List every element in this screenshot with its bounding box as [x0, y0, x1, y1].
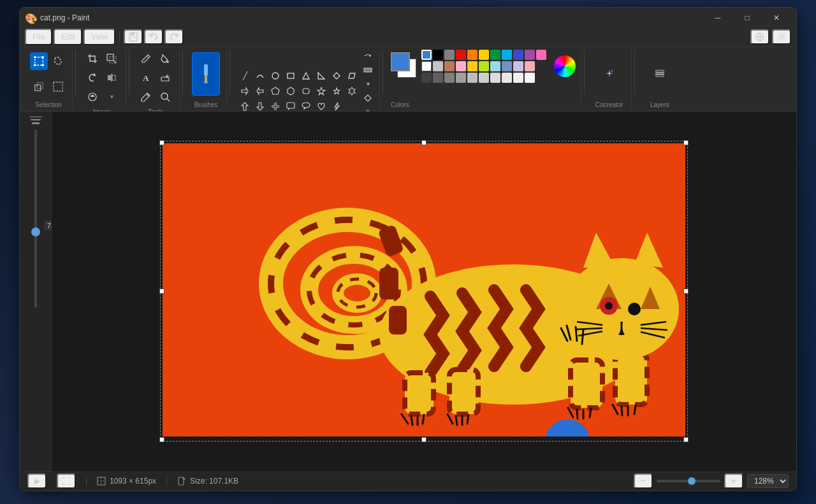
handle-tr[interactable] — [683, 140, 688, 145]
handle-bl[interactable] — [159, 437, 164, 442]
swatch-white[interactable] — [421, 61, 432, 71]
eraser-button[interactable] — [156, 69, 174, 87]
shape-arrow-right[interactable] — [238, 84, 252, 98]
swatch-blue2[interactable] — [513, 50, 523, 60]
magnifier-button[interactable] — [156, 88, 174, 106]
swatch-gray7[interactable] — [490, 73, 500, 83]
invert-select-button[interactable] — [30, 78, 48, 96]
swatch-rose[interactable] — [525, 61, 535, 71]
shape-curve[interactable] — [253, 69, 267, 83]
shape-circle[interactable] — [268, 69, 282, 83]
select-all-button[interactable] — [49, 78, 67, 96]
shape-rect[interactable] — [284, 69, 298, 83]
brush-size-slider[interactable]: 72px — [34, 129, 37, 308]
swatch-pink[interactable] — [536, 50, 546, 60]
handle-mr[interactable] — [683, 289, 688, 294]
shape-diamond[interactable] — [330, 69, 344, 83]
swatch-yellow[interactable] — [479, 50, 489, 60]
color-picker-button[interactable] — [137, 88, 155, 106]
freeform-select-button[interactable] — [49, 52, 67, 70]
redo-button[interactable] — [164, 29, 184, 45]
foreground-color-box[interactable] — [391, 52, 410, 71]
rotate-button[interactable] — [84, 69, 101, 87]
shape-star6[interactable] — [345, 84, 359, 98]
swatch-lpink[interactable] — [456, 61, 466, 71]
maximize-button[interactable]: □ — [732, 8, 762, 28]
swatch-green[interactable] — [490, 50, 500, 60]
handle-tl[interactable] — [159, 140, 164, 145]
swatch-lime[interactable] — [479, 61, 489, 71]
swatch-dkgray1[interactable] — [421, 73, 432, 83]
swatch-gray3[interactable] — [444, 73, 455, 83]
cursor-tool-status[interactable]: ▶ — [27, 473, 47, 489]
swatch-purple[interactable] — [525, 50, 535, 60]
swatch-ltblue[interactable] — [490, 61, 500, 71]
zoom-select[interactable]: 128% 100% 75% 50% 200% — [747, 474, 789, 488]
outline-select[interactable] — [361, 50, 374, 62]
menu-view[interactable]: View — [84, 29, 115, 45]
shape-line[interactable]: ╱ — [238, 69, 252, 83]
shape-parallelogram[interactable] — [345, 69, 359, 83]
swatch-tan[interactable] — [444, 61, 455, 71]
image-menu-btn[interactable]: ▾ — [103, 88, 120, 106]
resize-button[interactable] — [103, 50, 120, 68]
shape-right-triangle[interactable] — [314, 69, 328, 83]
zoom-out-button[interactable]: − — [634, 473, 653, 489]
menu-edit[interactable]: Edit — [54, 29, 82, 45]
rectangular-select-button[interactable] — [30, 52, 48, 70]
swatch-periwinkle[interactable] — [502, 61, 512, 71]
swatch-gray10[interactable] — [525, 73, 535, 83]
canvas-area[interactable] — [52, 112, 796, 472]
handle-br[interactable] — [683, 437, 688, 442]
swatch-gray1[interactable] — [444, 50, 455, 60]
color-wheel-button[interactable] — [554, 55, 576, 77]
swatch-orange[interactable] — [467, 50, 477, 60]
globe-button[interactable] — [750, 29, 769, 45]
fill-select[interactable] — [361, 64, 374, 76]
zoom-in-button[interactable]: + — [724, 473, 743, 489]
swatch-gray6[interactable] — [479, 73, 489, 83]
swatch-lavender[interactable] — [513, 61, 523, 71]
swatch-ltgray[interactable] — [433, 61, 443, 71]
shape-pentagon[interactable] — [268, 84, 282, 98]
fill-button[interactable] — [156, 50, 174, 68]
menu-file[interactable]: File — [25, 29, 52, 45]
brush-size-thumb[interactable] — [31, 227, 40, 236]
flip-button[interactable] — [103, 69, 120, 87]
handle-bm[interactable] — [421, 437, 426, 442]
layers-button[interactable] — [646, 55, 674, 93]
swatch-red[interactable] — [456, 50, 466, 60]
settings-button[interactable] — [772, 29, 791, 45]
handle-tm[interactable] — [421, 140, 426, 145]
undo-button[interactable] — [144, 29, 163, 45]
zoom-thumb[interactable] — [688, 477, 696, 485]
cocreator-button[interactable] — [595, 55, 623, 93]
save-button[interactable] — [124, 29, 143, 45]
shape-triangle[interactable] — [299, 69, 313, 83]
swatch-blue[interactable] — [421, 50, 432, 60]
close-button[interactable]: ✕ — [762, 8, 791, 28]
swatch-black[interactable] — [433, 50, 443, 60]
swatch-gray4[interactable] — [456, 73, 466, 83]
shape-rounded-rect[interactable] — [299, 84, 313, 98]
swatch-dkgray2[interactable] — [433, 73, 443, 83]
zoom-slider[interactable] — [657, 480, 720, 482]
fullscreen-status[interactable]: ⛶ — [57, 473, 76, 489]
shape-arrow-left[interactable] — [253, 84, 267, 98]
paint-canvas[interactable] — [163, 143, 685, 436]
shape-star4[interactable] — [314, 84, 328, 98]
swatch-gray9[interactable] — [513, 73, 523, 83]
handle-ml[interactable] — [159, 289, 164, 294]
swatch-gray5[interactable] — [467, 73, 477, 83]
swatch-gold[interactable] — [467, 61, 477, 71]
crop-button[interactable] — [84, 50, 101, 68]
shape-star5[interactable] — [330, 84, 344, 98]
swatch-cyan[interactable] — [502, 50, 512, 60]
active-brush-button[interactable] — [192, 52, 220, 96]
text-button[interactable]: A — [137, 69, 155, 87]
shape-hexagon[interactable] — [284, 84, 298, 98]
adjust-button[interactable] — [84, 88, 101, 106]
minimize-button[interactable]: ─ — [703, 8, 732, 28]
shapes-dropdown[interactable]: ▾ — [361, 78, 374, 90]
pencil-button[interactable] — [137, 50, 155, 68]
